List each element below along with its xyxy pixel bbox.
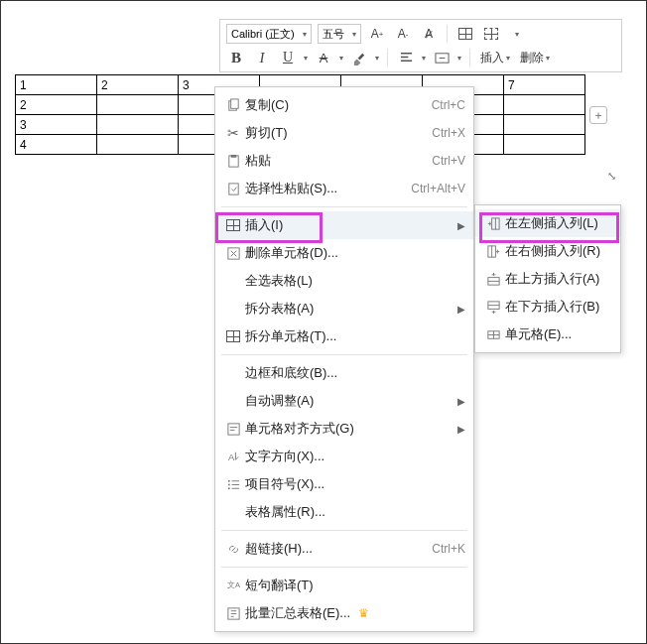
menu-borders[interactable]: 边框和底纹(B)... — [215, 359, 473, 387]
font-name-value: Calibri (正文) — [231, 27, 295, 42]
insert-col-left-icon — [481, 216, 505, 231]
chevron-down-icon: ▾ — [304, 54, 308, 63]
chevron-down-icon: ▾ — [422, 54, 426, 63]
menu-bullets[interactable]: 项目符号(X)... — [215, 470, 473, 498]
svg-rect-7 — [227, 423, 238, 434]
font-size-select[interactable]: 五号 ▾ — [318, 24, 361, 44]
scissors-icon: ✂ — [221, 125, 245, 141]
chevron-down-icon: ▾ — [506, 54, 510, 63]
italic-button[interactable]: I — [252, 48, 272, 67]
table-cell[interactable] — [97, 95, 179, 115]
shrink-font-button[interactable]: A- — [393, 24, 413, 44]
chevron-right-icon: ▶ — [453, 396, 465, 407]
separator — [469, 49, 470, 66]
delete-dropdown[interactable]: 删除 ▾ — [518, 50, 552, 66]
menu-split-cells[interactable]: 拆分单元格(T)... — [215, 322, 473, 350]
font-name-select[interactable]: Calibri (正文) ▾ — [226, 24, 312, 44]
highlight-button[interactable] — [349, 48, 369, 67]
chevron-down-icon: ▾ — [352, 30, 356, 39]
table-cell[interactable]: 4 — [16, 135, 97, 155]
copy-icon — [221, 98, 245, 113]
text-direction-icon: A — [221, 450, 245, 464]
clear-format-button[interactable]: A̷ — [419, 24, 439, 44]
translate-icon: 文A — [221, 579, 245, 593]
svg-text:文A: 文A — [226, 580, 239, 589]
font-size-value: 五号 — [323, 27, 344, 42]
menu-insert[interactable]: 插入(I) ▶ — [215, 211, 473, 239]
chevron-down-icon: ▾ — [457, 54, 461, 63]
insert-dropdown[interactable]: 插入 ▾ — [478, 50, 512, 66]
insert-col-right-icon — [481, 244, 505, 259]
resize-handle-icon[interactable]: ⤡ — [607, 170, 616, 183]
menu-delete-cells[interactable]: 删除单元格(D)... — [215, 239, 473, 267]
insert-submenu: 在左侧插入列(L) 在右侧插入列(R) 在上方插入行(A) 在下方插入行(B) … — [474, 204, 621, 353]
menu-text-direction[interactable]: A 文字方向(X)... — [215, 443, 473, 470]
svg-rect-2 — [230, 98, 238, 107]
split-cells-icon — [221, 330, 245, 342]
svg-text:A: A — [227, 452, 234, 462]
menu-hyperlink[interactable]: 超链接(H)... Ctrl+K — [215, 535, 473, 563]
grow-font-button[interactable]: A+ — [367, 24, 387, 44]
menu-paste-special[interactable]: 选择性粘贴(S)... Ctrl+Alt+V — [215, 175, 473, 202]
table-cell[interactable] — [504, 135, 585, 155]
font-color-button[interactable]: A — [314, 48, 333, 67]
submenu-insert-col-left[interactable]: 在左侧插入列(L) — [475, 209, 620, 237]
chevron-down-icon: ▾ — [339, 54, 343, 63]
mini-toolbar: Calibri (正文) ▾ 五号 ▾ A+ A- A̷ ▾ B I U ▾ A… — [219, 19, 622, 72]
table-cell[interactable]: 3 — [16, 115, 97, 135]
chevron-right-icon: ▶ — [453, 424, 465, 435]
chevron-down-icon: ▾ — [546, 54, 550, 63]
menu-separator — [221, 567, 467, 568]
borders-button[interactable] — [481, 24, 501, 44]
menu-autofit[interactable]: 自动调整(A) ▶ — [215, 387, 473, 415]
menu-separator — [221, 354, 467, 355]
submenu-cells[interactable]: 单元格(E)... — [475, 321, 620, 348]
insert-row-above-icon — [481, 272, 505, 287]
svg-rect-4 — [230, 154, 236, 157]
menu-separator — [221, 530, 467, 531]
paste-icon — [221, 154, 245, 169]
chevron-down-icon[interactable]: ▾ — [507, 24, 527, 44]
svg-point-10 — [227, 483, 229, 485]
submenu-insert-col-right[interactable]: 在右侧插入列(R) — [475, 237, 620, 265]
menu-select-table[interactable]: 全选表格(L) — [215, 267, 473, 295]
submenu-insert-row-above[interactable]: 在上方插入行(A) — [475, 265, 620, 293]
table-cell[interactable] — [504, 115, 585, 135]
chevron-down-icon: ▾ — [375, 54, 379, 63]
table-cell[interactable]: 7 — [504, 75, 585, 95]
menu-table-props[interactable]: 表格属性(R)... — [215, 498, 473, 526]
table-cell[interactable] — [97, 135, 179, 155]
table-cell[interactable]: 1 — [16, 75, 97, 95]
insert-row-below-icon — [481, 300, 505, 315]
underline-button[interactable]: U — [278, 48, 298, 67]
insert-label: 插入 — [480, 50, 504, 66]
table-cell[interactable] — [504, 95, 585, 115]
insert-table-icon — [221, 219, 245, 231]
chevron-right-icon: ▶ — [453, 220, 465, 231]
svg-rect-5 — [228, 183, 237, 193]
align-button[interactable] — [396, 48, 416, 67]
merge-button[interactable] — [432, 48, 452, 67]
table-grid-button[interactable] — [455, 24, 475, 44]
menu-batch-summary[interactable]: 批量汇总表格(E)... ♛ — [215, 599, 473, 627]
chevron-right-icon: ▶ — [453, 304, 465, 315]
add-column-handle[interactable]: ＋ — [589, 106, 607, 124]
table-cell[interactable]: 2 — [16, 95, 97, 115]
menu-copy[interactable]: 复制(C) Ctrl+C — [215, 91, 473, 119]
menu-paste[interactable]: 粘贴 Ctrl+V — [215, 147, 473, 175]
submenu-insert-row-below[interactable]: 在下方插入行(B) — [475, 293, 620, 321]
svg-point-9 — [227, 479, 229, 481]
table-cell[interactable]: 2 — [97, 75, 179, 95]
bold-button[interactable]: B — [226, 48, 246, 67]
svg-point-11 — [227, 487, 229, 489]
menu-cut[interactable]: ✂ 剪切(T) Ctrl+X — [215, 119, 473, 147]
separator — [447, 25, 448, 43]
delete-cells-icon — [221, 246, 245, 261]
menu-cell-align[interactable]: 单元格对齐方式(G) ▶ — [215, 415, 473, 443]
menu-split-table[interactable]: 拆分表格(A) ▶ — [215, 295, 473, 322]
context-menu: 复制(C) Ctrl+C ✂ 剪切(T) Ctrl+X 粘贴 Ctrl+V 选择… — [214, 86, 474, 632]
align-icon — [221, 422, 245, 437]
link-icon — [221, 542, 245, 557]
table-cell[interactable] — [97, 115, 179, 135]
menu-short-translate[interactable]: 文A 短句翻译(T) — [215, 572, 473, 599]
